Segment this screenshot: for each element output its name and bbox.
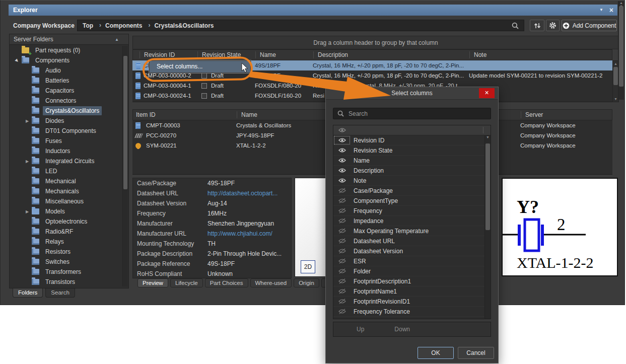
property-value[interactable]: 49S-18PF [207, 180, 291, 187]
expand-arrow-icon[interactable] [24, 99, 31, 103]
property-value[interactable]: Aug-14 [207, 200, 291, 207]
detail-tab[interactable]: Origin [294, 278, 319, 287]
column-visibility-row[interactable]: Description [333, 166, 491, 176]
tree-item[interactable]: Models [10, 206, 122, 216]
tree-item[interactable]: Miscellaneous [10, 196, 122, 206]
column-visibility-row[interactable]: FootprintDescription1 [333, 276, 491, 286]
property-value[interactable]: 16MHz [207, 210, 291, 217]
tree-item[interactable]: Relays [10, 237, 122, 247]
property-value[interactable]: 49S-18PF [207, 260, 291, 267]
column-visibility-row[interactable]: Note [333, 176, 491, 186]
expand-arrow-icon[interactable] [24, 79, 31, 83]
column-header-name[interactable]: Name [255, 51, 313, 58]
visibility-eye-icon[interactable] [333, 307, 351, 316]
dialog-list-scrollbar[interactable]: ▼ [484, 135, 491, 319]
column-visibility-row[interactable]: ComponentType [333, 196, 491, 206]
property-value[interactable]: http://www.chjiahui.com/ [207, 230, 291, 237]
visibility-eye-icon[interactable] [333, 186, 351, 195]
workspace-selector[interactable]: Company Workspace ▼ [9, 20, 86, 31]
column-visibility-row[interactable]: Folder [333, 266, 491, 276]
tree-item[interactable]: Crystals&Oscillators [10, 106, 122, 116]
tree-item[interactable]: Fuses [10, 136, 122, 146]
expand-arrow-icon[interactable] [24, 119, 31, 123]
tree-item[interactable]: Switches [10, 257, 122, 267]
expand-arrow-icon[interactable] [24, 159, 31, 164]
visibility-eye-icon[interactable] [333, 276, 351, 286]
visibility-eye-icon[interactable] [333, 256, 351, 266]
expand-arrow-icon[interactable] [24, 109, 31, 113]
expand-arrow-icon[interactable] [24, 240, 31, 244]
visibility-eye-icon[interactable] [333, 135, 351, 145]
breadcrumb-item[interactable]: Crystals&Oscillators [154, 22, 214, 29]
tree-item[interactable]: Part requests (0) [10, 45, 122, 55]
visibility-eye-icon[interactable] [333, 216, 351, 226]
move-down-button[interactable]: Down [387, 324, 417, 335]
column-visibility-row[interactable]: FootprintName1 [333, 286, 491, 297]
property-value[interactable]: TH [207, 240, 291, 247]
settings-button[interactable] [546, 20, 560, 31]
draft-checkbox[interactable] [201, 83, 207, 89]
column-visibility-row[interactable]: ESR [333, 256, 491, 266]
ok-button[interactable]: OK [418, 347, 454, 359]
column-header-item-id[interactable]: Item ID [133, 111, 237, 118]
dialog-search-input[interactable] [347, 110, 486, 118]
column-visibility-row[interactable]: Name [333, 156, 491, 166]
tree-item[interactable]: Components [10, 55, 122, 65]
group-by-bar[interactable]: Drag a column header to group by that co… [132, 36, 619, 49]
expand-arrow-icon[interactable] [24, 199, 31, 204]
property-value[interactable]: Shenzhen Jingpengyuan [207, 220, 291, 227]
cancel-button[interactable]: Cancel [458, 347, 494, 359]
column-header-note[interactable]: Note [469, 51, 611, 58]
tree-item[interactable]: Transistors [10, 277, 122, 287]
expand-arrow-icon[interactable] [24, 179, 31, 184]
tree-item[interactable]: Audio [10, 65, 122, 76]
sidebar-tab[interactable]: Search [45, 288, 75, 298]
column-visibility-row[interactable] [333, 317, 491, 319]
tree-item[interactable]: Transformers [10, 267, 122, 277]
detail-tab[interactable]: Preview [137, 278, 168, 287]
expand-arrow-icon[interactable] [24, 68, 31, 73]
detail-tab[interactable]: Where-used [250, 278, 292, 287]
panel-titlebar[interactable]: Explorer ▼ × [9, 5, 617, 16]
tree-item[interactable]: Integrated Circuits [10, 156, 122, 166]
detail-tab[interactable]: Part Choices [205, 278, 248, 287]
property-value[interactable]: 2-Pin Through Hole Devic... [207, 250, 291, 257]
expand-arrow-icon[interactable] [24, 220, 31, 224]
dialog-close-button[interactable]: × [479, 88, 495, 98]
visibility-eye-icon[interactable] [333, 236, 351, 246]
tree-item[interactable]: Inductors [10, 146, 122, 156]
sidebar-tab[interactable]: Folders [13, 288, 43, 298]
column-visibility-row[interactable]: Max Operating Temperature [333, 226, 491, 236]
column-visibility-row[interactable]: FootprintRevisionID1 [333, 297, 491, 307]
tree-item[interactable]: Mechanical [10, 176, 122, 186]
breadcrumb-item[interactable]: Components [105, 22, 142, 29]
column-visibility-row[interactable]: Datasheet URL [333, 236, 491, 246]
visibility-eye-icon[interactable] [333, 226, 351, 236]
visibility-eye-icon[interactable] [333, 206, 351, 215]
expand-arrow-icon[interactable] [24, 189, 31, 194]
expand-arrow-icon[interactable] [24, 89, 31, 93]
tree-item[interactable]: Mechanicals [10, 186, 122, 196]
tree-item[interactable]: Resistors [10, 247, 122, 257]
draft-checkbox[interactable] [201, 93, 207, 99]
tree-item[interactable]: Radio&RF [10, 227, 122, 237]
tree-item[interactable]: Connectors [10, 96, 122, 106]
tree-item[interactable]: Diodes [10, 116, 122, 126]
expand-arrow-icon[interactable] [14, 48, 21, 53]
tree-item[interactable]: Capacitors [10, 86, 122, 96]
server-folders-header[interactable]: Server Folders ▲ [10, 34, 128, 45]
dialog-search-box[interactable] [333, 108, 491, 119]
add-component-button[interactable]: Add Component [562, 20, 617, 31]
properties-scrollbar[interactable]: ▲ ▼ [618, 1, 624, 100]
expand-arrow-icon[interactable] [13, 56, 21, 64]
expand-arrow-icon[interactable] [24, 260, 31, 264]
column-header-description[interactable]: Description [313, 51, 469, 58]
column-visibility-row[interactable]: Impedance [333, 216, 491, 226]
visibility-eye-icon[interactable] [333, 297, 351, 306]
property-value[interactable]: http://datasheet.octopart... [207, 190, 291, 197]
visibility-eye-icon[interactable] [333, 317, 351, 319]
tree-item[interactable]: DT01 Components [10, 126, 122, 136]
column-visibility-row[interactable]: Case/Package [333, 186, 491, 196]
visibility-eye-icon[interactable] [333, 196, 351, 205]
sidebar-scrollbar[interactable] [122, 46, 128, 286]
